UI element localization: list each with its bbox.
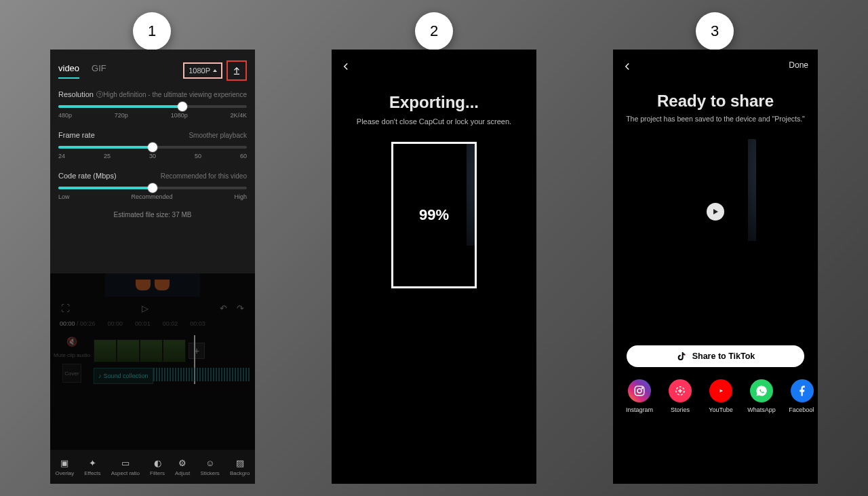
step-badge-2: 2 [415,12,453,50]
tab-video[interactable]: video [58,63,79,79]
chevron-up-icon [213,69,217,72]
screen-exporting: Exporting... Please don't close CapCut o… [332,50,536,484]
slider-thumb[interactable] [148,183,157,193]
wa-icon [750,379,773,402]
share-title: Ready to share [613,92,818,111]
framerate-ticks: 24 25 30 50 60 [58,153,247,159]
bottom-toolbar: ▣Overlay ✦Effects ▭Aspect ratio ◐Filters… [50,450,255,484]
share-item-label: WhatsApp [747,406,776,413]
video-track[interactable]: + [94,339,250,362]
character-preview-icon [675,139,756,241]
audio-waveform[interactable] [153,368,250,381]
framerate-slider[interactable] [58,146,247,149]
step-badge-3: 3 [696,12,734,50]
time-ruler: 00:00 / 00:26 00:00 00:01 00:02 00:03 [50,320,255,331]
share-item-facebook[interactable]: Facebook [787,379,814,413]
tool-effects[interactable]: ✦Effects [84,458,100,476]
fb-icon [791,379,814,402]
coderate-slider[interactable] [58,187,247,189]
resolution-slider[interactable] [58,105,247,108]
tool-stickers[interactable]: ☺Stickers [200,458,219,476]
upload-icon [232,66,241,75]
screen-ready-to-share: Done Ready to share The project has been… [613,50,818,484]
resolution-label: Resolution [58,90,94,98]
export-preview: 99% [391,142,477,288]
exporting-title: Exporting... [332,93,536,112]
sound-collection-tag[interactable]: ♪ Sound collection [94,368,153,384]
screen-export-settings: video GIF 1080P Resolution [50,50,255,484]
export-percent: 99% [393,144,475,286]
resolution-slider-block: Resolution ? High definition - the ultim… [58,81,247,121]
exporting-subtitle: Please don't close CapCut or lock your s… [332,117,536,126]
share-item-instagram[interactable]: Instagram [624,379,655,413]
resolution-ticks: 480p 720p 1080p 2K/4K [58,112,247,119]
preview-strip [105,273,200,297]
tool-filters[interactable]: ◐Filters [150,458,165,476]
editor-backdrop: ⛶ ▷ ↶ ↷ 00:00 / 00:26 00:00 00:01 00:02 … [50,273,255,450]
tiktok-icon [676,351,687,362]
share-tiktok-button[interactable]: Share to TikTok [627,345,804,367]
svg-point-16 [637,389,642,393]
mute-label: Mute clip audio [54,352,90,358]
play-icon [712,208,719,215]
ig-icon [628,379,651,402]
share-item-label: Instagram [626,406,653,413]
share-targets-row: InstagramStoriesYouTubeWhatsAppFacebookO… [624,379,814,413]
chevron-left-icon [340,60,352,73]
mute-icon[interactable]: 🔇 [66,337,77,347]
coderate-ticks: Low Recommended High [58,193,247,200]
tab-gif[interactable]: GIF [92,63,106,79]
file-size-estimate: Estimated file size: 37 MB [58,203,247,227]
back-button[interactable] [340,60,352,75]
back-button[interactable] [621,60,633,75]
share-item-label: Stories [671,406,690,413]
done-button[interactable]: Done [789,60,808,70]
yt-icon [709,379,732,402]
add-clip-button[interactable]: + [189,343,205,359]
help-icon[interactable]: ? [96,91,103,98]
share-item-stories[interactable]: Stories [665,379,696,413]
tool-background[interactable]: ▨Backgro [230,458,250,476]
step-badge-1: 1 [133,12,171,50]
share-item-label: YouTube [709,406,732,413]
stories-icon [669,379,692,402]
coderate-hint: Recommended for this video [161,172,247,180]
framerate-hint: Smoother playback [189,132,247,139]
resolution-hint: High definition - the ultimate viewing e… [103,91,247,98]
fullscreen-icon[interactable]: ⛶ [61,303,70,313]
play-button[interactable] [707,203,724,221]
saved-video-preview[interactable] [675,139,756,284]
coderate-label: Code rate (Mbps) [58,172,117,180]
export-button[interactable] [226,60,247,81]
cover-button[interactable]: Cover [62,364,81,383]
coderate-slider-block: Code rate (Mbps) Recommended for this vi… [58,162,247,203]
framerate-label: Frame rate [58,131,95,139]
slider-thumb[interactable] [148,142,157,152]
undo-icon[interactable]: ↶ [220,303,227,313]
share-tiktok-label: Share to TikTok [692,351,755,361]
tool-overlay[interactable]: ▣Overlay [56,458,75,476]
tool-aspect-ratio[interactable]: ▭Aspect ratio [111,458,140,476]
music-note-icon: ♪ [98,373,102,379]
resolution-dropdown[interactable]: 1080P [183,62,222,79]
chevron-left-icon [621,60,633,73]
share-subtitle: The project has been saved to the device… [613,115,818,123]
share-item-youtube[interactable]: YouTube [705,379,736,413]
framerate-slider-block: Frame rate Smoother playback 24 25 30 50… [58,121,247,162]
resolution-dropdown-label: 1080P [189,66,210,75]
slider-thumb[interactable] [178,102,187,111]
redo-icon[interactable]: ↷ [237,303,244,313]
svg-point-17 [642,387,643,389]
tool-adjust[interactable]: ⚙Adjust [175,458,190,476]
share-item-whatsapp[interactable]: WhatsApp [746,379,777,413]
play-icon[interactable]: ▷ [142,303,149,313]
share-item-label: Facebook [789,406,814,413]
